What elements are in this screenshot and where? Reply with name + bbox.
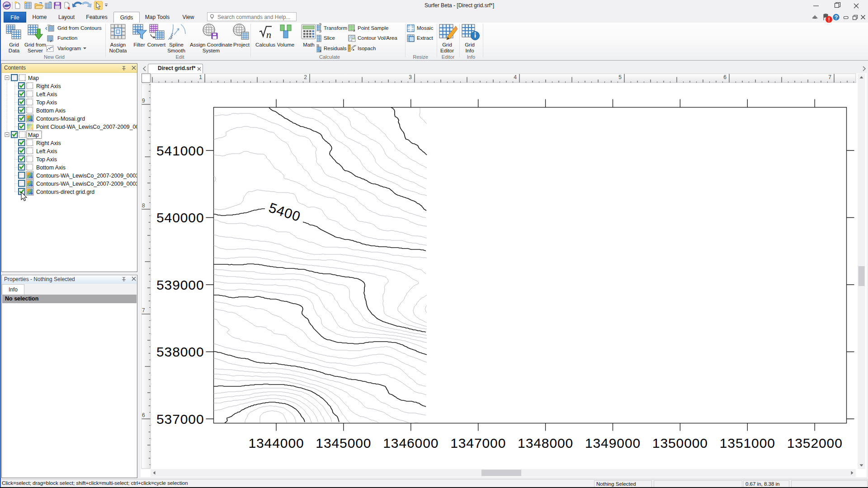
svg-text:1349000: 1349000 (585, 436, 641, 450)
svg-text:Contours-Mosai.grd: Contours-Mosai.grd (36, 116, 85, 122)
svg-text:4: 4 (514, 74, 517, 80)
svg-text:Contours-WA_LewisCo_2007-2009_: Contours-WA_LewisCo_2007-2009_000382. (36, 181, 137, 187)
svg-text:2: 2 (304, 74, 307, 80)
svg-text:1344000: 1344000 (248, 436, 304, 450)
svg-text:1350000: 1350000 (652, 436, 708, 450)
svg-text:539000: 539000 (156, 277, 204, 292)
svg-text:1348000: 1348000 (518, 436, 573, 450)
svg-text:1351000: 1351000 (720, 436, 775, 450)
svg-text:540000: 540000 (156, 210, 204, 225)
svg-text:z: z (353, 28, 355, 33)
svg-text:Bottom Axis: Bottom Axis (36, 164, 66, 171)
svg-text:Bottom Axis: Bottom Axis (36, 108, 66, 114)
svg-text:7: 7 (828, 74, 831, 80)
svg-text:z: z (319, 48, 321, 53)
svg-text:1347000: 1347000 (450, 436, 506, 450)
svg-text:Top Axis: Top Axis (36, 99, 57, 106)
svg-text:Right Axis: Right Axis (36, 140, 61, 146)
svg-text:?: ? (835, 14, 838, 21)
svg-text:Map: Map (28, 75, 39, 81)
svg-text:1352000: 1352000 (787, 436, 843, 450)
svg-text:9: 9 (142, 98, 145, 104)
svg-text:6: 6 (142, 412, 145, 418)
svg-text:3: 3 (409, 74, 412, 80)
svg-text:Left Axis: Left Axis (36, 148, 57, 155)
svg-text:6: 6 (723, 74, 726, 80)
svg-text:541000: 541000 (156, 143, 204, 158)
svg-text:Top Axis: Top Axis (36, 156, 57, 163)
svg-text:8: 8 (142, 202, 145, 209)
svg-text:7: 7 (142, 307, 145, 314)
svg-text:1345000: 1345000 (316, 436, 371, 450)
svg-text:538000: 538000 (156, 344, 204, 359)
svg-text:Contours-direct grid.grd: Contours-direct grid.grd (36, 189, 94, 195)
svg-text:5: 5 (618, 74, 622, 80)
svg-text:1: 1 (199, 74, 202, 80)
svg-text:1346000: 1346000 (383, 436, 439, 450)
svg-text:Left Axis: Left Axis (36, 91, 57, 98)
svg-text:Contours-WA_LewisCo_2007-2009_: Contours-WA_LewisCo_2007-2009_000383. (36, 173, 137, 179)
svg-text:537000: 537000 (156, 412, 204, 427)
svg-text:Point Cloud-WA_LewisCo_2007-20: Point Cloud-WA_LewisCo_2007-2009_0003 (36, 124, 137, 130)
svg-text:Right Axis: Right Axis (36, 83, 61, 89)
svg-text:n: n (266, 29, 271, 40)
svg-text:Map: Map (28, 132, 39, 138)
